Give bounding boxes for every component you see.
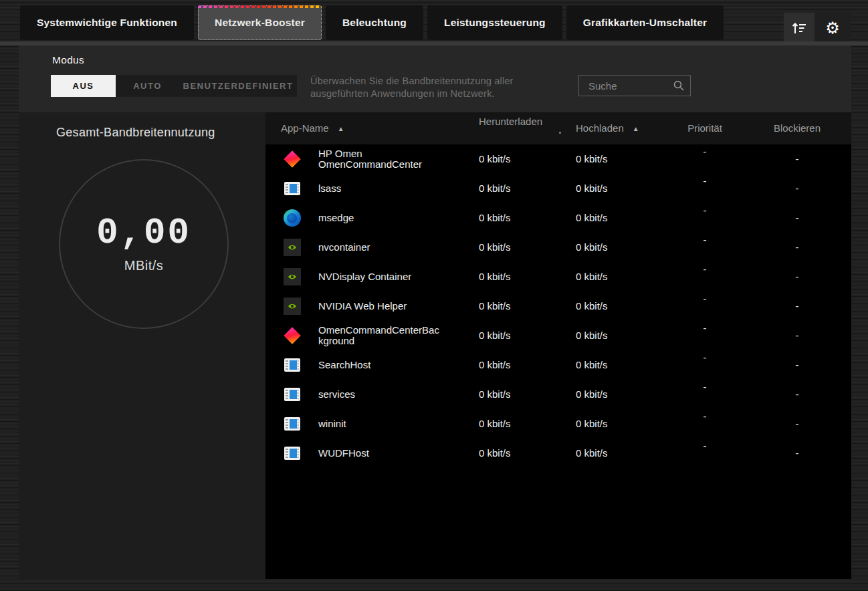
block-cell[interactable]: - [769, 233, 825, 262]
block-cell[interactable]: - [769, 144, 825, 174]
table-body: HP Omen OmenCommandCenter 0 kbit/s 0 kbi… [265, 144, 851, 468]
block-cell[interactable]: - [769, 291, 825, 321]
gear-icon: ⚙ [825, 20, 840, 36]
app-icon [284, 298, 301, 315]
tab-leistungssteuerung[interactable]: Leistungssteuerung [427, 5, 562, 40]
priority-cell[interactable]: - [683, 263, 727, 275]
sort-button[interactable] [784, 13, 815, 43]
column-header-block[interactable]: Blockieren [769, 112, 825, 144]
bandwidth-gauge: 0,00 MBit/s [59, 159, 229, 329]
priority-cell[interactable]: - [683, 322, 727, 334]
tab-grafikkarten-umschalter[interactable]: Grafikkarten-Umschalter [566, 5, 724, 40]
priority-cell[interactable]: - [683, 410, 727, 423]
priority-cell[interactable]: - [683, 440, 727, 452]
block-cell[interactable]: - [769, 321, 825, 350]
app-icon [284, 209, 301, 227]
upload-cell: 0 kbit/s [576, 144, 649, 174]
sort-ascending-icon [791, 21, 807, 35]
app-name-cell: WUDFHost [318, 439, 442, 468]
table-row: WUDFHost 0 kbit/s 0 kbit/s - - [265, 439, 851, 468]
app-name-cell: services [318, 380, 442, 409]
mode-option-benutzerdefiniert[interactable]: BENUTZERDEFINIERT [179, 75, 297, 97]
tab-netzwerk-booster[interactable]: Netzwerk-Booster [198, 5, 322, 40]
block-header-label: Blockieren [774, 122, 821, 134]
app-name-cell: NVIDIA Web Helper [318, 291, 442, 321]
priority-cell[interactable]: - [683, 293, 727, 305]
app-name-cell: lsass [318, 174, 442, 203]
app-icon [284, 327, 301, 344]
nvidia-eye-icon [284, 298, 301, 315]
download-cell: 0 kbit/s [479, 174, 552, 203]
tab-beleuchtung[interactable]: Beleuchtung [326, 5, 423, 40]
app-name-cell: OmenCommandCenterBackground [318, 321, 442, 350]
download-cell: 0 kbit/s [479, 291, 552, 321]
app-name-cell: NVDisplay Container [318, 262, 442, 291]
edge-browser-icon [284, 209, 301, 227]
mode-label: Modus [52, 54, 84, 66]
upload-cell: 0 kbit/s [576, 174, 649, 203]
app-icon [284, 356, 301, 374]
active-tab-rainbow-accent [198, 5, 322, 8]
tab-systemwichtige-funktionen[interactable]: Systemwichtige Funktionen [20, 5, 194, 40]
mode-strip: Modus AUSAUTOBENUTZERDEFINIERT Überwache… [19, 45, 851, 112]
upload-cell: 0 kbit/s [576, 380, 649, 409]
sort-asc-icon: ▲ [338, 125, 344, 132]
mode-option-aus[interactable]: AUS [51, 75, 116, 97]
app-icon [284, 268, 301, 285]
app-name-cell: msedge [318, 203, 442, 233]
search-input[interactable] [587, 80, 673, 92]
nvidia-eye-icon [284, 239, 301, 256]
table-row: wininit 0 kbit/s 0 kbit/s - - [265, 409, 851, 439]
app-icon [284, 180, 301, 197]
upload-cell: 0 kbit/s [576, 409, 649, 439]
upload-cell: 0 kbit/s [576, 262, 649, 291]
download-cell: 0 kbit/s [479, 321, 552, 350]
priority-cell[interactable]: - [683, 381, 727, 393]
search-box[interactable] [578, 75, 691, 96]
table-row: SearchHost 0 kbit/s 0 kbit/s - - [265, 350, 851, 380]
block-cell[interactable]: - [769, 262, 825, 291]
priority-cell[interactable]: - [683, 146, 727, 158]
column-header-app-name[interactable]: App-Name▲ [281, 112, 344, 145]
column-header-priority[interactable]: Priorität [683, 112, 727, 144]
table-row: NVIDIA Web Helper 0 kbit/s 0 kbit/s - - [265, 291, 851, 321]
priority-cell[interactable]: - [683, 205, 727, 217]
table-row: services 0 kbit/s 0 kbit/s - - [265, 380, 851, 409]
app-icon [284, 415, 301, 433]
omen-diamond-icon [284, 150, 301, 168]
table-row: nvcontainer 0 kbit/s 0 kbit/s - - [265, 233, 851, 262]
table-row: NVDisplay Container 0 kbit/s 0 kbit/s - … [265, 262, 851, 291]
tab-label: Grafikkarten-Umschalter [583, 17, 708, 29]
block-cell[interactable]: - [769, 174, 825, 203]
column-header-download[interactable]: Herunterladen [479, 115, 550, 128]
download-cell: 0 kbit/s [479, 350, 552, 380]
block-cell[interactable]: - [769, 350, 825, 380]
app-icon [284, 386, 301, 403]
app-bandwidth-table: App-Name▲ Herunterladen Hochladen▲ Prior… [265, 112, 851, 579]
table-row: HP Omen OmenCommandCenter 0 kbit/s 0 kbi… [265, 144, 851, 174]
mode-description: Überwachen Sie die Bandbreitennutzung al… [310, 75, 538, 100]
windows-system-app-icon [284, 356, 301, 374]
priority-cell[interactable]: - [683, 352, 727, 364]
mode-option-auto[interactable]: AUTO [116, 75, 179, 97]
priority-cell[interactable]: - [683, 234, 727, 246]
block-cell[interactable]: - [769, 439, 825, 468]
content-area: Modus AUSAUTOBENUTZERDEFINIERT Überwache… [19, 45, 851, 579]
download-cell: 0 kbit/s [479, 380, 552, 409]
app-name-cell: nvcontainer [318, 233, 442, 262]
block-cell[interactable]: - [769, 409, 825, 439]
table-header: App-Name▲ Herunterladen Hochladen▲ Prior… [265, 112, 851, 144]
download-cell: 0 kbit/s [479, 439, 552, 468]
download-header-label: Herunterladen [479, 116, 542, 127]
sort-asc-icon: ▲ [633, 125, 639, 132]
windows-system-app-icon [284, 415, 301, 433]
settings-button[interactable]: ⚙ [815, 13, 851, 43]
gauge-unit: MBit/s [124, 258, 164, 273]
upload-cell: 0 kbit/s [576, 291, 649, 321]
block-cell[interactable]: - [769, 203, 825, 233]
column-header-upload[interactable]: Hochladen▲ [576, 112, 639, 145]
upload-header-label: Hochladen [576, 122, 624, 134]
priority-cell[interactable]: - [683, 175, 727, 187]
block-cell[interactable]: - [769, 380, 825, 409]
search-icon[interactable] [673, 80, 685, 92]
